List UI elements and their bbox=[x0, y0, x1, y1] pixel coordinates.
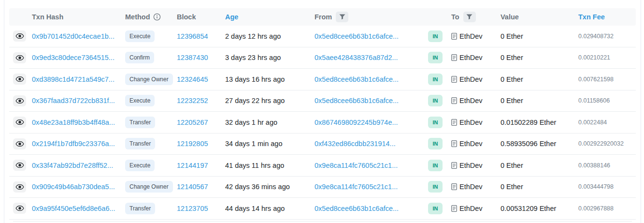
eye-icon bbox=[15, 205, 24, 211]
header-from-label: From bbox=[315, 13, 332, 21]
direction-in-badge: IN bbox=[428, 160, 443, 171]
eye-button[interactable] bbox=[13, 52, 26, 63]
direction-in-badge: IN bbox=[428, 52, 443, 63]
from-address-link[interactable]: 0x9e8ca114fc7605c21c1... bbox=[315, 183, 398, 191]
block-link[interactable]: 12387430 bbox=[177, 54, 208, 61]
block-link[interactable]: 12205267 bbox=[177, 119, 208, 126]
block-link[interactable]: 12396854 bbox=[177, 32, 208, 40]
header-txn-fee-link[interactable]: Txn Fee bbox=[578, 13, 605, 21]
eye-button[interactable] bbox=[13, 95, 26, 106]
direction-in-badge: IN bbox=[428, 181, 443, 193]
table-row: 0x9a95f450e5ef6d8e6a6... Transfer 121237… bbox=[9, 198, 636, 220]
from-address-link[interactable]: 0x5aee428438376a87d2... bbox=[315, 54, 398, 61]
txn-hash-link[interactable]: 0x9ed3c80dece7364515... bbox=[32, 54, 114, 61]
direction-in-badge: IN bbox=[428, 117, 443, 128]
eye-icon bbox=[15, 162, 24, 168]
txn-hash-link[interactable]: 0x367faad37d722cb831f... bbox=[32, 97, 115, 104]
header-method-label: Method bbox=[125, 13, 150, 21]
txn-hash-link[interactable]: 0x909c49b46ab730dea5... bbox=[32, 183, 115, 191]
eye-button[interactable] bbox=[13, 181, 26, 193]
contract-document-icon bbox=[451, 33, 457, 40]
contract-document-icon bbox=[451, 140, 457, 147]
direction-in-badge: IN bbox=[428, 30, 443, 42]
from-filter-button[interactable] bbox=[336, 12, 348, 22]
header-age: Age bbox=[220, 13, 312, 21]
from-address-link[interactable]: 0x8674698092245b974e... bbox=[315, 119, 398, 126]
to-name-link[interactable]: EthDev bbox=[459, 140, 483, 148]
value-text: 0 Ether bbox=[501, 54, 523, 61]
txn-hash-link[interactable]: 0x48e23a18ff9b3b4ff48a... bbox=[32, 119, 115, 126]
txn-hash-link[interactable]: 0x9a95f450e5ef6d8e6a6... bbox=[32, 205, 115, 212]
txn-hash-link[interactable]: 0x33f47ab92bd7e28ff52... bbox=[32, 162, 113, 169]
method-badge: Transfer bbox=[125, 203, 155, 214]
txn-hash-link[interactable]: 0x9b701452d0c4ecae1b... bbox=[32, 32, 114, 40]
eye-icon bbox=[15, 119, 24, 125]
eye-button[interactable] bbox=[13, 203, 26, 214]
value-text: 0 Ether bbox=[501, 32, 523, 40]
to-name-link[interactable]: EthDev bbox=[459, 162, 483, 169]
contract-document-icon bbox=[451, 97, 457, 104]
to-name-link[interactable]: EthDev bbox=[459, 97, 483, 104]
contract-document-icon bbox=[451, 183, 457, 190]
eye-icon bbox=[15, 33, 24, 39]
age-text: 3 days 23 hrs ago bbox=[225, 54, 281, 61]
header-txn-hash-label: Txn Hash bbox=[32, 13, 63, 21]
to-name-link[interactable]: EthDev bbox=[459, 205, 483, 212]
contract-document-icon bbox=[451, 162, 457, 169]
method-badge: Execute bbox=[125, 30, 155, 42]
table-row: 0x909c49b46ab730dea5... Change Owner 121… bbox=[9, 177, 636, 198]
eye-icon bbox=[15, 76, 24, 82]
eye-button[interactable] bbox=[13, 74, 26, 85]
to-name-link[interactable]: EthDev bbox=[459, 54, 483, 61]
eye-button[interactable] bbox=[13, 138, 26, 149]
block-link[interactable]: 12232252 bbox=[177, 97, 208, 104]
to-name-link[interactable]: EthDev bbox=[459, 183, 483, 191]
block-link[interactable]: 12324645 bbox=[177, 75, 208, 83]
eye-button[interactable] bbox=[13, 117, 26, 128]
age-text: 42 days 36 mins ago bbox=[225, 183, 290, 191]
block-link[interactable]: 12144197 bbox=[177, 162, 208, 169]
transactions-table-card: Txn Hash Method Block Age From To Value … bbox=[4, 0, 641, 223]
table-row: 0x48e23a18ff9b3b4ff48a... Transfer 12205… bbox=[9, 112, 636, 134]
txn-fee-text: 0.007621598 bbox=[578, 76, 614, 83]
eye-button[interactable] bbox=[13, 160, 26, 171]
header-age-link[interactable]: Age bbox=[225, 13, 238, 21]
header-to: To bbox=[447, 12, 498, 22]
from-address-link[interactable]: 0x9e8ca114fc7605c21c1... bbox=[315, 162, 398, 169]
from-address-link[interactable]: 0x5ed8cee6b63b1c6afce... bbox=[315, 75, 399, 83]
block-link[interactable]: 12140567 bbox=[177, 183, 208, 191]
table-row: 0x2194f1b7dfb9c23376a... Transfer 121928… bbox=[9, 134, 636, 155]
block-link[interactable]: 12123705 bbox=[177, 205, 208, 212]
contract-document-icon bbox=[451, 54, 457, 61]
method-badge: Confirm bbox=[125, 52, 154, 63]
method-badge: Change Owner bbox=[125, 74, 173, 85]
txn-fee-text: 0.002922920032 bbox=[578, 140, 624, 147]
table-row: 0x367faad37d722cb831f... Execute 1223225… bbox=[9, 90, 636, 112]
to-filter-button[interactable] bbox=[463, 12, 476, 22]
filter-funnel-icon bbox=[466, 14, 472, 20]
txn-hash-link[interactable]: 0xd3898c1d4721a549c7... bbox=[32, 75, 114, 83]
to-name-link[interactable]: EthDev bbox=[459, 119, 483, 126]
contract-document-icon bbox=[451, 119, 457, 126]
txn-fee-text: 0.01158606 bbox=[578, 97, 610, 104]
header-to-label: To bbox=[451, 13, 459, 21]
block-link[interactable]: 12192805 bbox=[177, 140, 208, 148]
table-row: 0x33f47ab92bd7e28ff52... Execute 1214419… bbox=[9, 155, 636, 177]
method-badge: Transfer bbox=[125, 138, 155, 149]
value-text: 0 Ether bbox=[501, 162, 523, 169]
from-address-link[interactable]: 0x5ed8cee6b63b1c6afce... bbox=[315, 97, 399, 104]
from-address-link[interactable]: 0x5ed8cee6b63b1c6afce... bbox=[315, 205, 399, 212]
info-icon[interactable] bbox=[153, 13, 161, 21]
table-row: 0x9ed3c80dece7364515... Confirm 12387430… bbox=[9, 47, 636, 69]
contract-document-icon bbox=[451, 76, 457, 83]
from-address-link[interactable]: 0xf432ed86cdbb231914... bbox=[315, 140, 396, 148]
eye-button[interactable] bbox=[13, 30, 26, 42]
to-name-link[interactable]: EthDev bbox=[459, 32, 483, 40]
value-text: 0 Ether bbox=[501, 183, 523, 191]
txn-hash-link[interactable]: 0x2194f1b7dfb9c23376a... bbox=[32, 140, 115, 148]
eye-icon bbox=[15, 184, 24, 190]
age-text: 2 days 12 hrs ago bbox=[225, 32, 281, 40]
from-address-link[interactable]: 0x5ed8cee6b63b1c6afce... bbox=[315, 32, 399, 40]
header-block-label: Block bbox=[177, 13, 196, 21]
to-name-link[interactable]: EthDev bbox=[459, 75, 483, 83]
